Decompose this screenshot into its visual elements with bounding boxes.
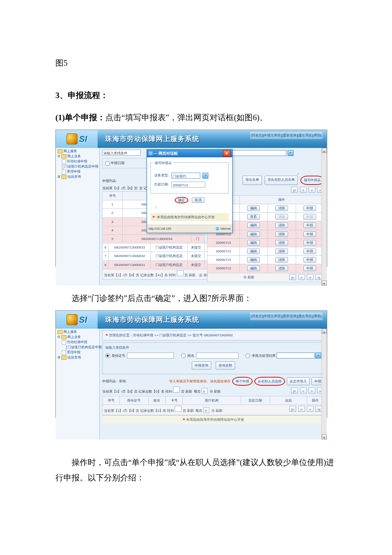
scroll-down-icon[interactable]: ▾ [322, 434, 327, 439]
edit-button[interactable]: 编辑 [247, 205, 260, 211]
edit-button[interactable]: 编辑 [247, 257, 260, 263]
apply-button[interactable]: 申报 [303, 223, 316, 228]
per-page-input[interactable]: 0 [202, 388, 208, 394]
edit-button[interactable]: 编辑 [247, 231, 260, 237]
pg-prev[interactable]: < [300, 387, 307, 393]
goto-page-input[interactable] [177, 270, 184, 276]
per-page-input[interactable]: 0 [203, 407, 209, 413]
pg-prev[interactable]: < [300, 187, 307, 193]
chevron-down-icon[interactable]: ▾ [315, 353, 321, 358]
apply-button[interactable]: 申报 [303, 205, 316, 211]
header-nav-links[interactable]: [回首页][申报主界面][重新登录][退出系统][帮助] [250, 312, 323, 320]
biz-type-label: 业务类型: [154, 172, 169, 179]
fig5-label: 图5 [55, 55, 337, 71]
chevron-down-icon[interactable]: ▾ [288, 150, 294, 156]
apply-button[interactable]: 申报 [303, 257, 316, 263]
radio-id[interactable] [105, 353, 110, 358]
dialog-ok-button[interactable]: 确定 [175, 197, 188, 203]
delete-button[interactable]: 清除 [275, 205, 288, 211]
pg-next[interactable]: > [307, 406, 314, 412]
tree-item[interactable]: 受理申报 [57, 169, 98, 174]
goto-page-input[interactable] [175, 406, 182, 412]
tree-item[interactable]: ⊞ 信息查询 [57, 355, 98, 360]
fill-form-button[interactable]: 填写申报表 [300, 176, 324, 185]
tree-item[interactable]: 门诊医疗机构选定申报 [57, 345, 98, 350]
scroll-down-icon[interactable]: ▾ [322, 280, 327, 286]
refresh-link[interactable]: 刷新 [185, 390, 192, 393]
scrollbar[interactable]: ▴ ▾ [321, 329, 327, 439]
paragraph-3: 操作时，可点击“单个申报”或“从在职人员选择”(建议人数较少单位使用)进行申报。… [55, 455, 337, 486]
search-panel: 请输入查找条件 身份证号 姓名 本批次处理结果 ▾ [102, 342, 324, 375]
tree-item[interactable]: 劳动社保申报 [57, 159, 98, 164]
goto-page-input[interactable] [173, 387, 180, 393]
query-input[interactable]: 请输入查找条件 [102, 150, 141, 156]
edit-button[interactable]: 编辑 [247, 223, 260, 228]
scroll-up-icon[interactable]: ▴ [322, 329, 327, 334]
list-title: 申报列表: [102, 379, 117, 383]
biz-type-select[interactable]: 门诊签约 [171, 173, 200, 179]
export-staff-button[interactable]: 导出在职人员名单 [265, 176, 298, 185]
sidebar-tree: 网上服务 ⊟ 网上业务 劳动社保申报 门诊医疗机构选定申报 受理申报 ⊞ 信息查… [56, 148, 100, 285]
delete-button[interactable]: 清除 [275, 257, 288, 263]
pg-prev[interactable]: < [298, 274, 305, 280]
dialog-cancel-button[interactable]: 取消 [192, 197, 205, 203]
id-input[interactable] [127, 353, 174, 358]
detail-table: 序号 身份证号 姓名 卡号 医疗机构 选定日期 信息 操作 当前第【1】/共【0… [102, 396, 324, 415]
handle-select[interactable] [277, 353, 315, 358]
sub-refresh[interactable]: 分 刷新 [210, 390, 221, 393]
query-button[interactable]: 申报查询 [192, 361, 211, 370]
folder-icon [61, 356, 66, 360]
refresh-link[interactable]: 刷新 [187, 409, 194, 413]
chevron-down-icon[interactable]: ▾ [202, 173, 208, 179]
from-file-button[interactable]: 从文件导入 [287, 377, 310, 385]
close-icon[interactable]: ✕ [223, 150, 231, 157]
tree-item[interactable]: 受理申报 [57, 350, 98, 355]
edit-button[interactable]: 编辑 [247, 266, 260, 271]
pg-first[interactable]: |< [289, 406, 296, 412]
radio-name[interactable] [181, 353, 186, 358]
gen-date-input[interactable]: 20090713 [171, 182, 205, 188]
name-input[interactable] [196, 353, 239, 358]
refresh-link[interactable]: 刷新 [189, 273, 196, 277]
delete-button[interactable]: 清除 [275, 223, 288, 228]
tree-root[interactable]: 网上服务 [57, 330, 98, 335]
pg-first[interactable]: |< [291, 387, 298, 393]
export-list-button[interactable]: 导出名单 [242, 176, 262, 185]
delete-button[interactable]: 清除 [275, 266, 288, 271]
edit-button[interactable]: 编辑 [247, 249, 260, 254]
tree-biz[interactable]: ⊟ 网上业务 [57, 335, 98, 340]
single-apply-button[interactable]: 单个申报 [232, 377, 253, 386]
scroll-up-icon[interactable]: ▴ [322, 148, 327, 153]
delete-button[interactable]: 清除 [275, 240, 288, 246]
scrollbar[interactable]: ▴ ▾ [321, 148, 327, 285]
pg-prev[interactable]: < [298, 406, 305, 412]
radio-handle[interactable] [245, 353, 250, 358]
from-staff-button[interactable]: 从在职人员选择 [254, 377, 285, 386]
pg-next[interactable]: > [308, 187, 315, 193]
radio-apply-date[interactable] [105, 161, 110, 166]
radio-handle-label: 本批次处理结果 [252, 353, 276, 359]
col-seq: 序号 [103, 192, 123, 200]
pg-first[interactable]: |< [291, 187, 298, 193]
apply-button[interactable]: 申报 [303, 249, 316, 254]
tree-biz[interactable]: ⊟ 网上业务 [57, 154, 98, 159]
header-nav-links[interactable]: [回首页][申报主界面][重新登录][退出系统][帮助] [250, 132, 323, 139]
edit-button[interactable]: 编辑 [247, 240, 260, 246]
sub-refresh[interactable]: 分 刷新 [243, 275, 254, 279]
apply-button[interactable]: 申报 [303, 266, 316, 271]
pg-next[interactable]: > [308, 387, 315, 393]
sidebar-tree: 网上服务 ⊟ 网上业务 劳动社保申报 门诊医疗机构选定申报 受理申报 ⊞ 信息查… [56, 329, 100, 439]
query-all-button[interactable]: 查询全部 [216, 361, 235, 370]
view-button[interactable]: 查看 [247, 214, 260, 220]
pg-next[interactable]: > [307, 274, 314, 280]
delete-button[interactable]: 清除 [275, 231, 288, 237]
apply-button[interactable]: 申报 [303, 231, 316, 237]
tree-item[interactable]: ⊞ 信息查询 [57, 174, 98, 179]
tree-item[interactable]: 门诊医疗机构选定申报 [57, 164, 98, 169]
tree-root[interactable]: 网上服务 [57, 149, 98, 154]
tree-item[interactable]: 劳动社保申报 [57, 340, 98, 345]
pg-first[interactable]: |< [289, 274, 296, 280]
delete-button[interactable]: 清除 [275, 249, 288, 254]
apply-button[interactable]: 申报 [303, 240, 316, 246]
sub-refresh[interactable]: 分 刷新 [211, 409, 222, 413]
